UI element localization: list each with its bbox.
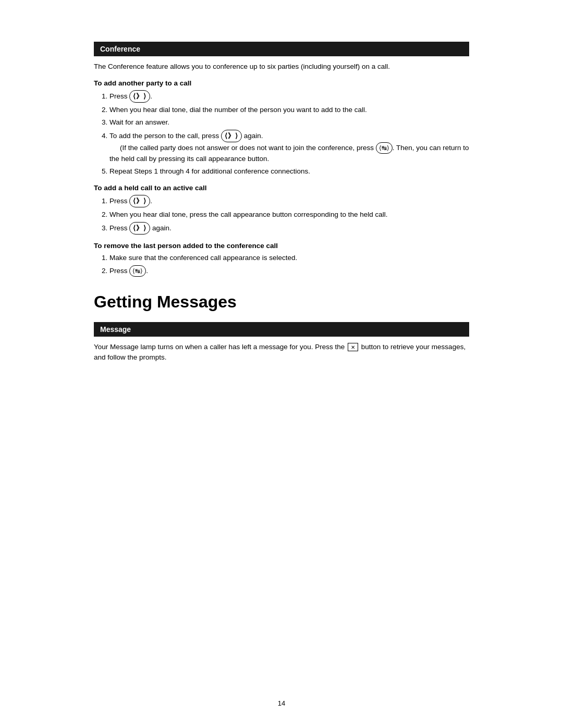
step-text: When you hear dial tone, press the call … [109, 211, 388, 218]
hold-button: ⟨↹⟩ [376, 142, 393, 154]
conf-button: ⟨》⟩ [129, 90, 150, 103]
list-item: When you hear dial tone, dial the number… [109, 105, 469, 115]
step-sub-text: (If the called party does not answer or … [109, 144, 469, 163]
conference-header: Conference [94, 42, 469, 56]
held-call-steps: Press ⟨》⟩. When you hear dial tone, pres… [109, 195, 469, 234]
getting-messages-section: Getting Messages Message Your Message la… [94, 292, 469, 363]
getting-messages-title: Getting Messages [94, 292, 469, 312]
step-text: Wait for an answer. [109, 118, 169, 126]
step-text: Press ⟨↹⟩. [109, 267, 148, 275]
list-item: To add the person to the call, press ⟨》⟩… [109, 130, 469, 164]
list-item: Wait for an answer. [109, 117, 469, 128]
page-number: 14 [278, 699, 285, 707]
add-party-title: To add another party to a call [94, 79, 469, 87]
step-text: When you hear dial tone, dial the number… [109, 106, 367, 114]
list-item: Press ⟨↹⟩. [109, 265, 469, 277]
page-footer: 14 [94, 689, 469, 728]
message-header: Message [94, 322, 469, 337]
remove-last-steps: Make sure that the conferenced call appe… [109, 253, 469, 277]
conf-button: ⟨》⟩ [129, 195, 150, 207]
add-party-steps: Press ⟨》⟩. When you hear dial tone, dial… [109, 90, 469, 177]
conf-button: ⟨》⟩ [129, 222, 150, 235]
step-text: To add the person to the call, press ⟨》⟩… [109, 132, 469, 163]
message-intro-before: Your Message lamp turns on when a caller… [94, 343, 345, 351]
held-call-title: To add a held call to an active call [94, 184, 469, 192]
step-text: Press ⟨》⟩ again. [109, 224, 172, 232]
hold-button: ⟨↹⟩ [129, 265, 146, 277]
list-item: Repeat Steps 1 through 4 for additional … [109, 166, 469, 177]
conf-button: ⟨》⟩ [221, 130, 242, 142]
step-text: Repeat Steps 1 through 4 for additional … [109, 167, 310, 175]
conference-section: Conference The Conference feature allows… [94, 42, 469, 277]
list-item: Press ⟨》⟩. [109, 90, 469, 103]
message-icon [348, 343, 358, 351]
message-intro: Your Message lamp turns on when a caller… [94, 342, 469, 363]
remove-last-title: To remove the last person added to the c… [94, 242, 469, 250]
conference-intro: The Conference feature allows you to con… [94, 61, 469, 72]
step-text: Press ⟨》⟩. [109, 197, 152, 205]
list-item: Make sure that the conferenced call appe… [109, 253, 469, 263]
step-text: Make sure that the conferenced call appe… [109, 254, 297, 262]
list-item: Press ⟨》⟩ again. [109, 222, 469, 235]
list-item: When you hear dial tone, press the call … [109, 209, 469, 220]
list-item: Press ⟨》⟩. [109, 195, 469, 207]
step-text: Press ⟨》⟩. [109, 92, 152, 100]
